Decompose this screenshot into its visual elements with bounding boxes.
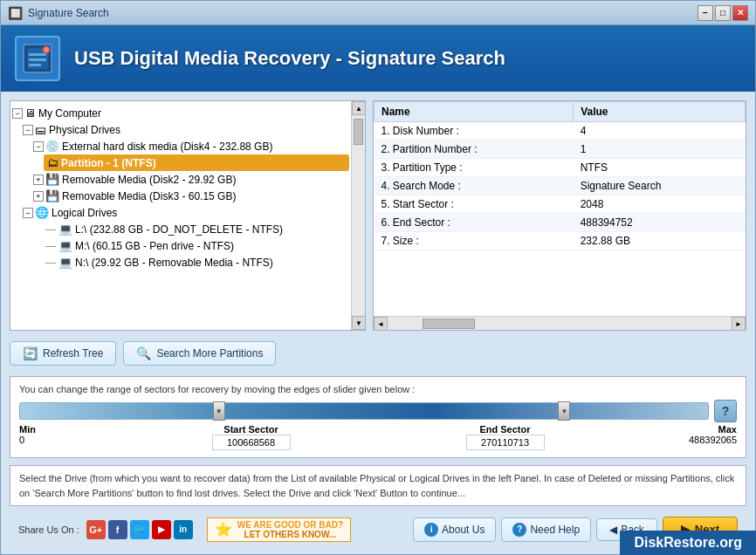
slider-row: ▼ ▼ ? <box>19 400 737 422</box>
expand-mycomputer[interactable]: − <box>12 108 23 119</box>
max-value: 488392065 <box>632 435 737 450</box>
refresh-label: Refresh Tree <box>43 347 103 360</box>
scroll-up[interactable]: ▲ <box>352 101 365 115</box>
table-row: 2. Partition Number :1 <box>375 140 746 159</box>
tree-item-disk2[interactable]: + 💾 Removable Media (Disk2 - 29.92 GB) <box>33 171 349 188</box>
restore-button[interactable]: □ <box>715 5 731 21</box>
svg-rect-2 <box>29 53 46 56</box>
tree-item-physical[interactable]: − 🖴 Physical Drives <box>23 121 349 138</box>
mdrive-icon: 💻 <box>58 239 72 252</box>
header: USB Digital Media Recovery - Signature S… <box>1 25 755 92</box>
refresh-button[interactable]: 🔄 Refresh Tree <box>10 341 116 366</box>
help-button[interactable]: ? Need Help <box>501 517 591 542</box>
table-row: 7. Size :232.88 GB <box>375 232 746 250</box>
end-sector-input[interactable] <box>466 435 545 450</box>
tree-label-m: M:\ (60.15 GB - Pen drive - NTFS) <box>75 240 234 252</box>
title-bar-left: 🔲 Signature Search <box>8 6 109 20</box>
refresh-icon: 🔄 <box>23 346 38 360</box>
tree-label-logical: Logical Drives <box>52 207 117 219</box>
tree-items-container: − 🖥 My Computer − 🖴 Physical Drives <box>10 101 351 330</box>
minimize-button[interactable]: − <box>698 5 713 21</box>
main-window: 🔲 Signature Search − □ ✕ USB Digital Med… <box>0 0 756 555</box>
rating-box[interactable]: ⭐ WE ARE GOOD OR BAD? LET OTHERS KNOW... <box>207 517 351 542</box>
tree-item-disk4[interactable]: − 💿 External hard disk media (Disk4 - 23… <box>33 138 349 154</box>
tree-label-mycomputer: My Computer <box>38 107 101 120</box>
table-row: 6. End Sector :488394752 <box>375 214 746 232</box>
ndrive-icon: 💻 <box>58 256 72 269</box>
h-scroll-right[interactable]: ► <box>732 317 746 331</box>
tree-item-n[interactable]: — 💻 N:\ (29.92 GB - Removable Media - NT… <box>33 254 349 271</box>
tree-item-l[interactable]: — 💻 L:\ (232.88 GB - DO_NOT_DELETE - NTF… <box>33 221 349 237</box>
linkedin-icon[interactable]: in <box>174 520 193 539</box>
close-button[interactable]: ✕ <box>732 5 748 21</box>
tree-item-disk3[interactable]: + 💾 Removable Media (Disk3 - 60.15 GB) <box>33 188 349 204</box>
expand-disk4[interactable]: − <box>33 141 44 152</box>
tree-item-logical[interactable]: − 🌐 Logical Drives <box>23 204 349 221</box>
detail-value-6: 232.88 GB <box>574 232 746 250</box>
tree-scrollbar[interactable]: ▲ ▼ <box>351 101 365 330</box>
back-arrow-icon: ◀ <box>609 524 617 536</box>
table-row: 5. Start Sector :2048 <box>375 195 746 214</box>
top-section: − 🖥 My Computer − 🖴 Physical Drives <box>10 100 746 331</box>
scroll-track <box>352 115 365 316</box>
tree-label-disk2: Removable Media (Disk2 - 29.92 GB) <box>62 174 236 186</box>
computer-icon: 🖥 <box>24 106 36 120</box>
tree-item-mycomputer[interactable]: − 🖥 My Computer <box>12 105 349 121</box>
expand-logical[interactable]: − <box>23 208 33 218</box>
detail-name-1: 2. Partition Number : <box>375 140 574 159</box>
tree-label-physical: Physical Drives <box>49 124 120 136</box>
end-sector-label: End Sector <box>378 424 632 435</box>
detail-name-2: 3. Partition Type : <box>375 159 574 177</box>
detail-name-6: 7. Size : <box>375 232 574 250</box>
slider-left-handle[interactable]: ▼ <box>213 401 225 421</box>
slider-right-handle[interactable]: ▼ <box>558 401 570 421</box>
h-scroll-left[interactable]: ◄ <box>374 317 388 331</box>
tree-label-disk3: Removable Media (Disk3 - 60.15 GB) <box>62 190 236 202</box>
about-icon: i <box>424 523 438 537</box>
about-label: About Us <box>442 524 485 536</box>
google-plus-icon[interactable]: G+ <box>86 520 106 539</box>
twitter-icon[interactable]: 🐦 <box>130 520 149 539</box>
window-icon: 🔲 <box>8 6 23 20</box>
help-label: Need Help <box>530 524 580 536</box>
tree-panel: − 🖥 My Computer − 🖴 Physical Drives <box>10 100 366 331</box>
detail-value-5: 488394752 <box>574 214 746 232</box>
about-button[interactable]: i About Us <box>413 517 496 542</box>
ldrive-icon: 💻 <box>58 223 72 236</box>
facebook-icon[interactable]: f <box>108 520 127 539</box>
info-box: Select the Drive (from which you want to… <box>10 465 746 506</box>
tree-wrapper: − 🖥 My Computer − 🖴 Physical Drives <box>10 101 365 330</box>
removable-icon: 💾 <box>45 173 59 186</box>
expand-disk3[interactable]: + <box>33 191 44 202</box>
detail-value-0: 4 <box>574 122 746 140</box>
window-title: Signature Search <box>28 7 109 19</box>
bottom-bar: Share Us On : G+ f 🐦 ▶ in ⭐ WE ARE GOOD … <box>10 513 746 545</box>
expand-physical[interactable]: − <box>23 125 33 135</box>
details-table: Name Value 1. Disk Number :42. Partition… <box>374 101 746 250</box>
expand-disk2[interactable]: + <box>33 175 44 185</box>
app-title: USB Digital Media Recovery - Signature S… <box>74 47 505 70</box>
main-content: − 🖥 My Computer − 🖴 Physical Drives <box>1 92 755 554</box>
help-slider-button[interactable]: ? <box>714 400 737 422</box>
tree-item-m[interactable]: — 💻 M:\ (60.15 GB - Pen drive - NTFS) <box>33 237 349 254</box>
details-panel: Name Value 1. Disk Number :42. Partition… <box>373 100 746 331</box>
button-row: 🔄 Refresh Tree 🔍 Search More Partitions <box>10 338 746 369</box>
tree-label-partition1: Partition - 1 (NTFS) <box>61 157 156 169</box>
start-sector-label: Start Sector <box>124 424 378 435</box>
scroll-down[interactable]: ▼ <box>352 316 365 330</box>
svg-rect-4 <box>29 64 41 66</box>
search-more-button[interactable]: 🔍 Search More Partitions <box>123 341 276 366</box>
slider-track[interactable]: ▼ ▼ <box>19 402 709 420</box>
start-sector-input[interactable] <box>212 435 291 450</box>
h-scrollbar[interactable]: ◄ ► <box>374 316 746 330</box>
removable2-icon: 💾 <box>45 189 59 202</box>
svg-rect-3 <box>29 58 46 61</box>
title-bar-controls: − □ ✕ <box>698 5 748 21</box>
details-wrapper: Name Value 1. Disk Number :42. Partition… <box>374 101 746 316</box>
drive-icon: 🖴 <box>35 123 46 136</box>
tree-item-partition1[interactable]: 🗂 Partition - 1 (NTFS) <box>44 154 349 171</box>
rating-text: WE ARE GOOD OR BAD? LET OTHERS KNOW... <box>237 520 343 539</box>
detail-value-4: 2048 <box>574 195 746 214</box>
youtube-icon[interactable]: ▶ <box>152 520 171 539</box>
h-scroll-thumb <box>423 319 475 329</box>
